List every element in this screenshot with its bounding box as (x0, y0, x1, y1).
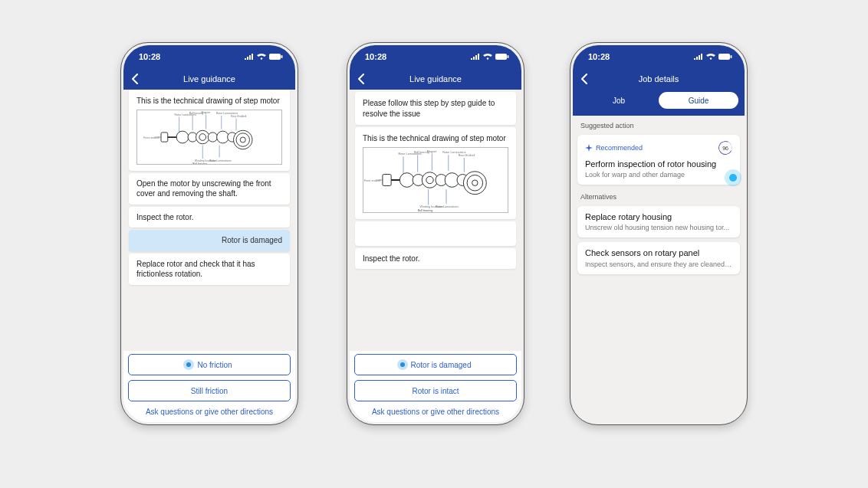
recommended-card[interactable]: Recommended 96 Perform inspection of rot… (577, 135, 740, 185)
option-label: Still friction (191, 387, 228, 395)
phone-3-inner: 10:28 Job details Job (573, 45, 745, 422)
step-card-drawing: This is the technical drawing of step mo… (129, 90, 290, 171)
stage: 10:28 Live guidance This is the technica… (0, 0, 868, 488)
svg-rect-35 (471, 58, 472, 60)
svg-rect-71 (696, 57, 698, 60)
battery-icon (718, 54, 732, 60)
svg-rect-70 (694, 58, 695, 60)
back-button[interactable] (357, 74, 365, 84)
step-text: Replace rotor and check that it has fric… (136, 260, 255, 279)
svg-rect-24 (161, 132, 168, 141)
sparkle-icon (585, 144, 593, 152)
motor-diagram-icon: Rotor Laminations Ball bearing Magnet Ro… (363, 148, 508, 212)
back-button[interactable] (131, 74, 139, 84)
status-bar: 10:28 (350, 45, 521, 68)
options-area: No friction Still friction (123, 351, 295, 403)
svg-point-30 (208, 132, 217, 141)
alt-title: Check sensors on rotary panel (585, 248, 732, 258)
option-rotor-damaged[interactable]: Rotor is damaged (354, 354, 517, 375)
scroll-area[interactable]: This is the technical drawing of step mo… (123, 90, 295, 351)
step-text: Inspect the rotor. (136, 213, 194, 221)
svg-text:Rear Endbell: Rear Endbell (231, 114, 246, 117)
phone-1-inner: 10:28 Live guidance This is the technica… (123, 45, 295, 422)
back-button[interactable] (580, 74, 588, 84)
app-header: Live guidance (350, 68, 521, 90)
typing-indicator-icon (400, 362, 405, 367)
drawing-caption: This is the technical drawing of step mo… (363, 133, 508, 144)
svg-point-69 (472, 180, 478, 185)
svg-rect-6 (281, 55, 283, 58)
alternatives-label: Alternatives (573, 187, 745, 204)
options-area: Rotor is damaged Rotor is intact (350, 351, 521, 403)
alt-sub: Inspect sensors, and ensure they are cle… (585, 260, 732, 268)
svg-rect-76 (731, 55, 732, 58)
wifi-icon (483, 54, 492, 60)
svg-point-26 (176, 131, 189, 143)
phone-1: 10:28 Live guidance This is the technica… (120, 42, 298, 425)
ask-questions-link[interactable]: Ask questions or give other directions (350, 403, 521, 422)
alt-title: Replace rotary housing (585, 212, 732, 222)
recommended-badge: Recommended (585, 144, 643, 152)
technical-drawing: Rotor Laminations Ball bearing Magnet Ro… (363, 147, 508, 213)
alternative-card-1[interactable]: Replace rotary housing Unscrew old housi… (577, 206, 740, 237)
svg-text:Ball bearing: Ball bearing (192, 162, 207, 163)
svg-text:Ball bearing: Ball bearing (418, 209, 433, 212)
technical-drawing: Rotor Laminations Ball bearing Magnet Ro… (136, 110, 282, 165)
svg-text:Front endbell: Front endbell (364, 178, 381, 182)
header-title: Live guidance (123, 74, 295, 84)
tab-label: Job (613, 97, 625, 105)
intro-text: Please follow this step by step guide to… (363, 99, 495, 118)
ask-text: Ask questions or give other directions (146, 408, 273, 416)
step-card-drawing: This is the technical drawing of step mo… (355, 127, 516, 219)
score-value: 96 (722, 146, 728, 151)
option-label: No friction (197, 361, 232, 369)
status-icons (694, 54, 732, 60)
battery-icon (495, 54, 509, 60)
option-still-friction[interactable]: Still friction (128, 380, 291, 401)
recommended-row: Recommended 96 (585, 141, 732, 155)
phone-2: 10:28 Live guidance Please follow this s… (347, 42, 524, 425)
tab-group: Job Guide (579, 92, 738, 109)
phone-2-inner: 10:28 Live guidance Please follow this s… (350, 45, 521, 422)
svg-rect-59 (383, 174, 391, 185)
option-rotor-intact[interactable]: Rotor is intact (354, 380, 517, 401)
option-no-friction[interactable]: No friction (128, 354, 291, 375)
svg-rect-37 (475, 55, 477, 60)
ask-text: Ask questions or give other directions (372, 408, 499, 416)
tabs-bar: Job Guide (573, 90, 745, 116)
svg-text:Magnet: Magnet (427, 149, 436, 152)
chevron-left-icon (131, 74, 139, 84)
step-text: Inspect the rotor. (363, 254, 420, 263)
ask-questions-link[interactable]: Ask questions or give other directions (123, 403, 295, 422)
recommended-sub: Look for warp and other damage (585, 171, 732, 178)
svg-rect-3 (252, 54, 253, 60)
status-icons (245, 54, 283, 60)
chevron-left-icon (357, 74, 365, 84)
svg-rect-36 (473, 57, 475, 60)
option-label: Rotor is intact (412, 387, 459, 395)
user-text: Rotor is damaged (222, 236, 282, 244)
app-header: Job details (573, 68, 745, 90)
svg-rect-38 (478, 54, 479, 60)
step-card-intro: Please follow this step by step guide to… (355, 92, 516, 125)
status-time: 10:28 (365, 52, 386, 61)
svg-point-31 (217, 131, 229, 143)
signal-icon (694, 54, 703, 60)
svg-point-4 (261, 57, 262, 59)
step-card-inspect: Inspect the rotor. (129, 207, 290, 228)
tab-job[interactable]: Job (579, 92, 659, 109)
alt-sub: Unscrew old housing tension new housing … (585, 224, 732, 231)
alternative-card-2[interactable]: Check sensors on rotary panel Inspect se… (577, 242, 740, 273)
status-bar: 10:28 (573, 45, 745, 68)
svg-rect-72 (699, 55, 700, 60)
step-card-replace: Replace rotor and check that it has fric… (129, 254, 290, 285)
step-card-open: Open the motor by unscrewing the front c… (129, 173, 290, 205)
signal-icon (471, 54, 480, 60)
recommended-title: Perform inspection of rotor housing (585, 159, 732, 169)
svg-point-39 (487, 57, 488, 59)
user-message: Rotor is damaged (129, 230, 290, 251)
svg-rect-1 (247, 57, 248, 60)
scroll-area[interactable]: Please follow this step by step guide to… (350, 90, 521, 351)
tab-guide[interactable]: Guide (659, 92, 738, 109)
content-area: This is the technical drawing of step mo… (123, 90, 295, 422)
